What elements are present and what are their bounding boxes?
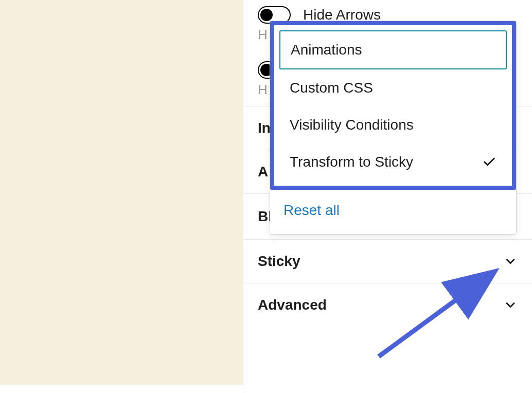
dropdown-item-animations[interactable]: Animations — [279, 30, 507, 69]
editor-canvas — [0, 0, 243, 385]
panel-a-label: A — [258, 164, 268, 180]
dropdown-item-visibility[interactable]: Visibility Conditions — [279, 106, 507, 144]
toggle-knob — [260, 9, 273, 21]
block-tools-dropdown: Animations Custom CSS Visibility Conditi… — [270, 21, 517, 235]
panel-advanced[interactable]: Advanced — [243, 283, 532, 327]
dropdown-item-custom-css[interactable]: Custom CSS — [279, 69, 507, 106]
dropdown-highlight-group: Animations Custom CSS Visibility Conditi… — [270, 21, 516, 190]
reset-all-link[interactable]: Reset all — [283, 202, 340, 218]
dropdown-item-transform-sticky[interactable]: Transform to Sticky — [279, 144, 507, 181]
panel-in-label: In — [258, 120, 271, 136]
chevron-down-icon — [503, 254, 518, 269]
checkmark-icon — [482, 155, 496, 169]
dropdown-item-animations-label: Animations — [291, 42, 362, 58]
dropdown-reset-section: Reset all — [270, 190, 516, 234]
dropdown-item-visibility-label: Visibility Conditions — [290, 117, 414, 133]
panel-sticky[interactable]: Sticky — [243, 239, 532, 283]
dropdown-item-custom-css-label: Custom CSS — [290, 80, 373, 96]
dropdown-item-transform-sticky-label: Transform to Sticky — [290, 154, 413, 170]
chevron-down-icon — [503, 298, 518, 312]
panel-sticky-label: Sticky — [258, 253, 300, 270]
panel-advanced-label: Advanced — [258, 297, 327, 313]
